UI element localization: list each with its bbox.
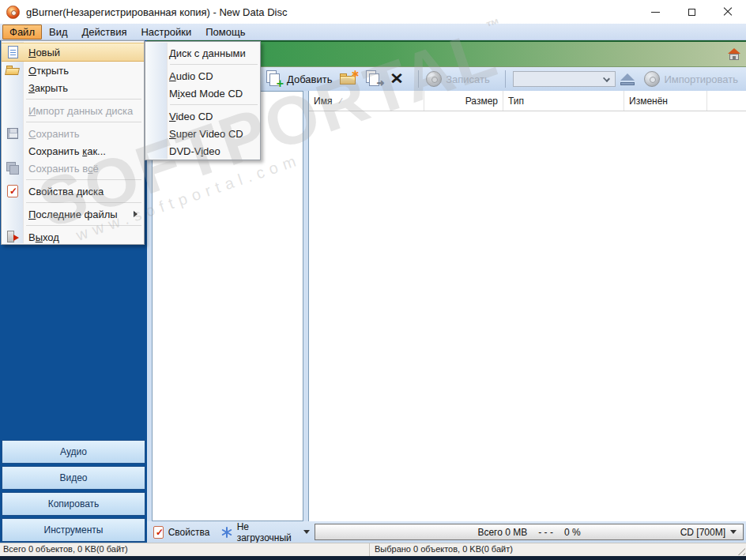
new-submenu-item-диск-с-данными[interactable]: Диск с данными bbox=[145, 44, 260, 62]
menubar-item-настройки[interactable]: Настройки bbox=[134, 24, 198, 39]
close-icon bbox=[723, 7, 733, 17]
boot-asterisk-icon bbox=[220, 526, 232, 539]
status-bar: Всего 0 объектов, 0 KB(0 байт) Выбрано 0… bbox=[0, 543, 746, 556]
toolbar-separator bbox=[505, 70, 506, 88]
list-header: Имя∕РазмерТипИзменён bbox=[309, 91, 746, 111]
burn-button: Записать bbox=[426, 71, 490, 87]
submenu-arrow-icon bbox=[134, 211, 138, 217]
menu-item-label: Выход bbox=[28, 231, 59, 243]
file-menu-item-импорт-данных-диска: Импорт данных диска bbox=[2, 102, 144, 119]
menubar-item-файл[interactable]: Файл bbox=[2, 24, 42, 39]
app-icon bbox=[6, 6, 20, 19]
maximize-button[interactable] bbox=[673, 0, 710, 24]
properties-button[interactable]: Свойства bbox=[168, 527, 210, 538]
file-menu-item-закрыть[interactable]: Закрыть bbox=[2, 79, 144, 96]
menu-item-label: Сохранить bbox=[28, 128, 80, 140]
file-menu-item-сохранить-всё: Сохранить всё bbox=[2, 160, 144, 177]
capacity-area: Всего 0 MB - - - 0 % CD [700M] bbox=[310, 524, 746, 540]
window-controls bbox=[637, 0, 746, 24]
home-icon[interactable] bbox=[728, 48, 741, 60]
menu-icon-box bbox=[5, 126, 21, 141]
new-submenu-item-super-video-cd[interactable]: Super Video CD bbox=[145, 125, 260, 142]
menu-item-label: Audio CD bbox=[169, 70, 213, 82]
new-submenu-item-audio-cd[interactable]: Audio CD bbox=[145, 67, 260, 85]
column-label: Размер bbox=[465, 96, 498, 107]
disc-properties-icon bbox=[7, 185, 18, 197]
media-dropdown-arrow-icon[interactable] bbox=[730, 530, 737, 534]
menu-icon-box bbox=[5, 184, 21, 198]
window-bottom-edge bbox=[0, 556, 746, 560]
new-submenu-item-mixed-mode-cd[interactable]: Mixed Mode CD bbox=[145, 85, 260, 102]
status-total: Всего 0 объектов, 0 KB(0 байт) bbox=[0, 543, 370, 556]
toolbar-separator bbox=[418, 70, 419, 88]
menubar-item-действия[interactable]: Действия bbox=[75, 24, 134, 39]
menu-item-label: Импорт данных диска bbox=[28, 105, 133, 117]
exit-icon bbox=[6, 231, 19, 243]
eject-icon bbox=[620, 73, 635, 81]
properties-icon bbox=[153, 526, 164, 539]
status-selected: Выбрано 0 объектов, 0 KB(0 байт) bbox=[370, 543, 746, 556]
add-button-label: Добавить bbox=[287, 73, 332, 85]
open-folder-icon bbox=[6, 65, 20, 76]
capacity-dashes: - - - bbox=[538, 527, 553, 538]
burn-disc-icon bbox=[426, 71, 442, 87]
file-list-empty-area[interactable] bbox=[309, 111, 746, 521]
close-button[interactable] bbox=[710, 0, 746, 24]
sidebar-button-копировать[interactable]: Копировать bbox=[2, 492, 145, 516]
menu-item-label: Сохранить всё bbox=[28, 163, 99, 175]
delete-button[interactable]: ✕ bbox=[390, 72, 403, 86]
save-all-icon bbox=[6, 162, 20, 175]
column-label: Имя bbox=[314, 96, 332, 107]
menu-item-label: Последние файлы bbox=[28, 209, 118, 220]
menu-item-label: DVD-Video bbox=[169, 145, 220, 157]
column-header-размер[interactable]: Размер bbox=[424, 91, 503, 111]
menu-icon-box bbox=[5, 45, 21, 59]
sidebar-button-видео[interactable]: Видео bbox=[2, 466, 145, 490]
column-header-изменён[interactable]: Изменён bbox=[624, 91, 707, 111]
file-menu-item-последние-файлы[interactable]: Последние файлы bbox=[2, 205, 144, 223]
drive-combobox[interactable] bbox=[513, 71, 616, 87]
dropdown-arrow-icon[interactable] bbox=[303, 530, 310, 534]
column-label: Изменён bbox=[629, 96, 668, 107]
import-button-label: Импортировать bbox=[664, 73, 738, 85]
sidebar-button-инструменты[interactable]: Инструменты bbox=[2, 518, 145, 542]
menu-item-label: Открыть bbox=[28, 65, 69, 77]
disc-options: Свойства Не загрузочный bbox=[147, 521, 310, 543]
menu-item-label: Mixed Mode CD bbox=[169, 88, 243, 100]
menu-item-label: Новый bbox=[28, 47, 60, 58]
menubar-item-помощь[interactable]: Помощь bbox=[198, 24, 252, 39]
column-header-имя[interactable]: Имя∕ bbox=[309, 91, 424, 111]
column-header-тип[interactable]: Тип bbox=[503, 91, 624, 111]
menu-icon-box bbox=[5, 230, 21, 244]
title-bar: gBurner(Незарегистрированная копия) - Ne… bbox=[0, 0, 746, 24]
file-menu-item-сохранить: Сохранить bbox=[2, 125, 144, 142]
column-label: Тип bbox=[508, 96, 524, 107]
bottom-strip: Свойства Не загрузочный Всего 0 MB - - -… bbox=[147, 521, 746, 543]
rename-button[interactable]: ➜ bbox=[365, 70, 382, 88]
file-menu-item-открыть[interactable]: Открыть bbox=[2, 62, 144, 79]
new-folder-button[interactable]: ✱ bbox=[340, 72, 357, 86]
file-menu-item-сохранить-как-[interactable]: Сохранить как... bbox=[2, 142, 144, 160]
capacity-percent: 0 % bbox=[564, 527, 581, 538]
add-button[interactable]: + Добавить bbox=[266, 70, 332, 88]
add-files-icon: + bbox=[266, 70, 283, 88]
new-submenu-item-dvd-video[interactable]: DVD-Video bbox=[145, 142, 260, 160]
new-folder-icon: ✱ bbox=[340, 72, 357, 86]
media-size-dropdown[interactable]: CD [700M] bbox=[680, 527, 725, 538]
capacity-total: Всего 0 MB bbox=[477, 527, 527, 538]
file-menu-item-выход[interactable]: Выход bbox=[2, 228, 144, 246]
app-window: gBurner(Незарегистрированная копия) - Ne… bbox=[0, 0, 746, 560]
file-menu-popup: НовыйОткрытьЗакрытьИмпорт данных дискаСо… bbox=[1, 40, 145, 245]
sidebar-button-аудио[interactable]: Аудио bbox=[2, 440, 145, 464]
eject-button[interactable] bbox=[620, 73, 635, 85]
column-header-filler bbox=[707, 91, 746, 111]
file-menu-item-новый[interactable]: Новый bbox=[2, 43, 144, 62]
minimize-button[interactable] bbox=[637, 0, 673, 24]
boot-mode-dropdown[interactable]: Не загрузочный bbox=[237, 521, 299, 543]
new-submenu-item-video-cd[interactable]: Video CD bbox=[145, 107, 260, 125]
menubar-item-вид[interactable]: Вид bbox=[42, 24, 75, 39]
capacity-bar: Всего 0 MB - - - 0 % CD [700M] bbox=[315, 524, 744, 540]
maximize-icon bbox=[688, 9, 695, 16]
file-menu-item-свойства-диска[interactable]: Свойства диска bbox=[2, 182, 144, 200]
menu-item-label: Сохранить как... bbox=[28, 145, 106, 157]
